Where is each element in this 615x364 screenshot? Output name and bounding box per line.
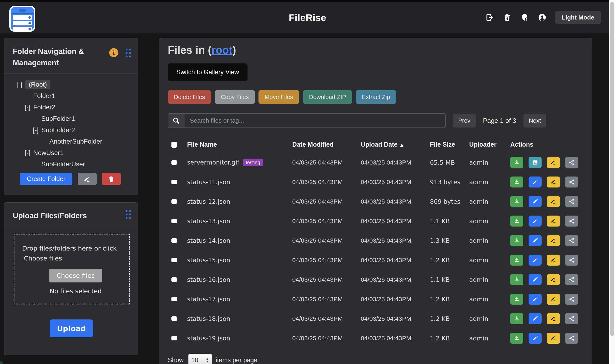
rename-file-button[interactable] [547, 235, 560, 246]
logout-icon[interactable] [485, 13, 494, 22]
collapse-toggle[interactable]: [-] [33, 126, 39, 134]
download-file-button[interactable] [510, 333, 523, 344]
download-file-button[interactable] [510, 235, 523, 246]
date-modified: 04/03/25 04:43PM [292, 315, 361, 322]
rename-file-button[interactable] [547, 274, 560, 285]
column-header-date-modified[interactable]: Date Modified [292, 141, 361, 148]
column-header-file-size[interactable]: File Size [430, 141, 469, 148]
edit-file-button[interactable] [529, 196, 542, 207]
edit-file-button[interactable] [529, 274, 542, 285]
folder-tree-item-root[interactable]: [-](Root) [4, 79, 138, 90]
choose-files-button[interactable]: Choose files [49, 269, 102, 283]
folder-tree-item-folder2[interactable]: [-]Folder2 [4, 102, 138, 113]
root-folder-link[interactable]: root [211, 44, 233, 56]
show-label: Show [168, 356, 184, 364]
rename-file-button[interactable] [547, 196, 560, 207]
share-file-button[interactable] [565, 235, 578, 246]
download-file-button[interactable] [510, 294, 523, 305]
extract-zip-button[interactable]: Extract Zip [356, 90, 396, 104]
scrollbar-thumb[interactable] [610, 2, 614, 336]
row-checkbox[interactable] [171, 219, 177, 223]
column-header-file-name[interactable]: File Name [187, 141, 292, 148]
download-file-button[interactable] [510, 196, 523, 207]
select-all-checkbox[interactable] [171, 142, 177, 148]
account-icon[interactable] [538, 13, 547, 22]
drag-handle-icon[interactable] [126, 210, 131, 219]
row-checkbox[interactable] [171, 316, 177, 321]
collapse-toggle[interactable]: [-] [16, 81, 22, 88]
row-checkbox[interactable] [171, 199, 177, 204]
search-input[interactable] [184, 113, 445, 128]
file-size: 1.2 KB [430, 315, 469, 322]
rename-file-button[interactable] [547, 313, 560, 324]
share-file-button[interactable] [565, 274, 578, 285]
column-header-uploader[interactable]: Uploader [469, 141, 510, 148]
column-header-upload-date[interactable]: Upload Date▲ [361, 141, 430, 148]
download-file-button[interactable] [510, 216, 523, 227]
light-mode-button[interactable]: Light Mode [555, 11, 601, 24]
row-checkbox[interactable] [171, 160, 177, 165]
next-page-button[interactable]: Next [523, 114, 546, 128]
drag-handle-icon[interactable] [126, 49, 131, 58]
rename-file-button[interactable] [547, 255, 560, 266]
edit-file-button[interactable] [529, 216, 542, 227]
edit-file-button[interactable] [529, 333, 542, 344]
copy-files-button[interactable]: Copy Files [215, 90, 255, 104]
switch-gallery-view-button[interactable]: Switch to Gallery View [168, 64, 248, 81]
download-file-button[interactable] [510, 255, 523, 266]
table-row: servermonitor.giftesting04/03/25 04:43PM… [168, 153, 583, 172]
collapse-toggle[interactable]: [-] [25, 149, 30, 156]
upload-date: 04/03/25 04:43PM [361, 276, 430, 283]
uploader: admin [469, 198, 510, 205]
edit-file-button[interactable] [529, 235, 542, 246]
create-folder-button[interactable]: Create Folder [20, 173, 72, 185]
edit-file-button[interactable] [529, 177, 542, 187]
share-file-button[interactable] [565, 177, 578, 187]
rename-file-button[interactable] [547, 216, 560, 227]
share-file-button[interactable] [565, 196, 578, 207]
download-file-button[interactable] [510, 274, 523, 285]
folder-tree-item-subfolder1[interactable]: SubFolder1 [4, 113, 138, 124]
download-file-button[interactable] [510, 313, 523, 324]
download-zip-button[interactable]: Download ZIP [303, 90, 352, 104]
rename-file-button[interactable] [547, 333, 560, 344]
row-checkbox[interactable] [171, 258, 177, 262]
move-files-button[interactable]: Move Files [259, 90, 299, 104]
rename-file-button[interactable] [547, 294, 560, 305]
rename-file-button[interactable] [547, 157, 560, 168]
admin-shield-icon[interactable] [520, 13, 529, 22]
upload-button[interactable]: Upload [50, 319, 93, 337]
rename-folder-button[interactable] [78, 173, 97, 185]
rename-file-button[interactable] [547, 177, 560, 187]
folder-tree-item-subfolder2[interactable]: [-]SubFolder2 [4, 124, 138, 136]
delete-folder-button[interactable] [102, 173, 121, 185]
prev-page-button[interactable]: Prev [453, 114, 476, 128]
trash-restore-icon[interactable] [503, 13, 512, 22]
edit-file-button[interactable] [529, 255, 542, 266]
folder-tree-item-folder1[interactable]: Folder1 [4, 90, 138, 102]
per-page-select[interactable]: 10 ▲▼ [188, 354, 212, 364]
edit-file-button[interactable] [529, 294, 542, 305]
upload-dropzone[interactable]: Drop files/folders here or click 'Choose… [14, 234, 130, 304]
preview-image-button[interactable] [529, 157, 542, 168]
share-file-button[interactable] [565, 255, 578, 266]
row-checkbox[interactable] [171, 336, 177, 340]
info-icon[interactable]: i [109, 48, 118, 57]
share-file-button[interactable] [565, 294, 578, 305]
row-checkbox[interactable] [171, 297, 177, 301]
download-file-button[interactable] [510, 157, 523, 168]
folder-tree-item-subfolderuser[interactable]: SubFolderUser [4, 158, 138, 170]
row-checkbox[interactable] [171, 277, 177, 282]
collapse-toggle[interactable]: [-] [25, 104, 30, 111]
row-checkbox[interactable] [171, 238, 177, 243]
share-file-button[interactable] [565, 157, 578, 168]
download-file-button[interactable] [510, 177, 523, 187]
share-file-button[interactable] [565, 313, 578, 324]
share-file-button[interactable] [565, 216, 578, 227]
folder-tree-item-anothersubfolder[interactable]: AnotherSubFolder [4, 136, 138, 147]
delete-files-button[interactable]: Delete Files [168, 90, 211, 104]
folder-tree-item-newuser1[interactable]: [-]NewUser1 [4, 147, 138, 158]
row-checkbox[interactable] [171, 180, 177, 184]
share-file-button[interactable] [565, 333, 578, 344]
edit-file-button[interactable] [529, 313, 542, 324]
